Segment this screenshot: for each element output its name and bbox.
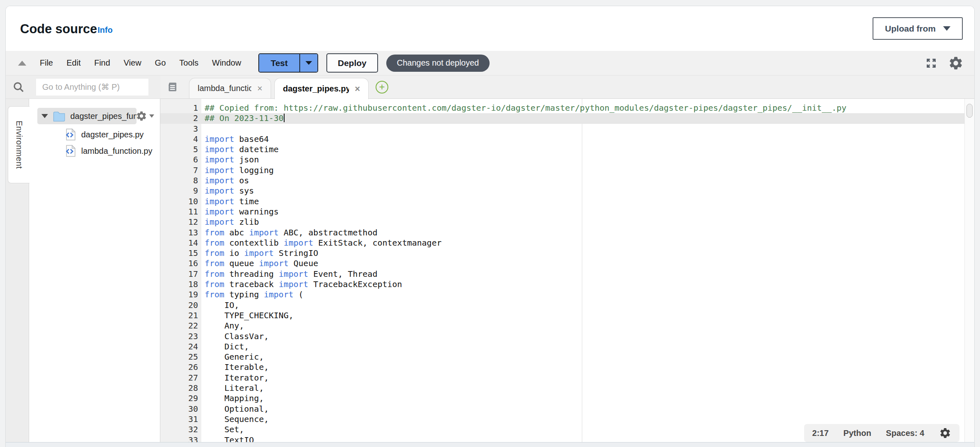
line-number: 21	[160, 310, 198, 321]
editor-scrollbar[interactable]	[964, 99, 974, 442]
code-line[interactable]: 17from threading import Event, Thread	[160, 269, 964, 279]
search-and-tabs-row: lambda_function.×dagster_pipes.py× +	[6, 75, 974, 99]
scrollbar-thumb[interactable]	[966, 104, 973, 118]
code-line[interactable]: 27 Iterator,	[160, 373, 964, 383]
line-number: 18	[160, 279, 198, 290]
code-text: from io import StringIO	[198, 248, 318, 258]
code-line[interactable]: 8import os	[160, 176, 964, 186]
code-line[interactable]: 3	[160, 124, 964, 134]
deploy-button[interactable]: Deploy	[326, 53, 378, 73]
code-text: Iterator,	[198, 373, 269, 383]
chevron-down-icon	[943, 26, 950, 31]
statusbar-gear-icon[interactable]	[939, 427, 951, 439]
menu-item-view[interactable]: View	[124, 58, 141, 68]
code-lines: 1## Copied from: https://raw.githubuserc…	[160, 103, 964, 442]
code-editor[interactable]: 1## Copied from: https://raw.githubuserc…	[160, 99, 974, 442]
menu-item-window[interactable]: Window	[212, 58, 241, 68]
tree-file-row-lambda_function_py[interactable]: lambda_function.py	[65, 143, 152, 159]
code-line[interactable]: 31 Sequence,	[160, 414, 964, 424]
folder-icon	[53, 111, 65, 122]
menu-item-find[interactable]: Find	[94, 58, 110, 68]
fullscreen-icon[interactable]	[925, 57, 937, 69]
menu-item-edit[interactable]: Edit	[66, 58, 80, 68]
code-line[interactable]: 15from io import StringIO	[160, 248, 964, 258]
code-line[interactable]: 5import datetime	[160, 144, 964, 155]
line-number: 27	[160, 373, 198, 383]
code-line[interactable]: 26 Iterable,	[160, 362, 964, 372]
side-rail: Environment	[6, 99, 29, 442]
code-line[interactable]: 21 TYPE_CHECKING,	[160, 310, 964, 321]
search-zone	[6, 75, 160, 99]
code-line[interactable]: 25 Generic,	[160, 352, 964, 362]
code-line[interactable]: 12import zlib	[160, 217, 964, 227]
tab-close-icon[interactable]: ×	[355, 84, 360, 94]
line-number: 20	[160, 300, 198, 310]
tab-lambda_function_[interactable]: lambda_function.×	[189, 78, 271, 98]
code-text: Any,	[198, 321, 244, 331]
chevron-down-icon	[305, 61, 312, 65]
line-number: 11	[160, 207, 198, 217]
code-text: import json	[198, 155, 259, 165]
editor-menubar: FileEditFindViewGoToolsWindow Test Deplo…	[6, 51, 974, 75]
editor-settings-gear-icon[interactable]	[948, 55, 964, 71]
chevron-down-icon	[149, 114, 154, 118]
open-files-list-icon[interactable]	[166, 81, 178, 94]
code-text: Sequence,	[198, 414, 269, 424]
code-text: Set,	[198, 424, 244, 435]
line-number: 5	[160, 144, 198, 155]
tab-close-icon[interactable]: ×	[257, 84, 262, 93]
line-number: 12	[160, 217, 198, 227]
test-options-button[interactable]	[299, 54, 317, 72]
code-line[interactable]: 9import sys	[160, 186, 964, 196]
code-line[interactable]: 13from abc import ABC, abstractmethod	[160, 228, 964, 238]
test-split-button[interactable]: Test	[258, 53, 318, 73]
upload-from-button[interactable]: Upload from	[873, 17, 963, 40]
code-line[interactable]: 28 Literal,	[160, 383, 964, 393]
cursor-position[interactable]: 2:17	[812, 429, 829, 438]
code-line[interactable]: 10import time	[160, 196, 964, 207]
code-line[interactable]: 2## On 2023-11-30	[160, 113, 964, 123]
code-line[interactable]: 24 Dict,	[160, 342, 964, 352]
language-mode[interactable]: Python	[843, 429, 871, 438]
collapse-menubar-icon[interactable]	[18, 61, 26, 66]
menu-item-tools[interactable]: Tools	[179, 58, 198, 68]
tab-dagster_pipes_py[interactable]: dagster_pipes.py×	[274, 78, 369, 99]
upload-from-label: Upload from	[885, 24, 936, 34]
info-link[interactable]: Info	[98, 25, 113, 35]
code-line[interactable]: 1## Copied from: https://raw.githubuserc…	[160, 103, 964, 113]
code-line[interactable]: 16from queue import Queue	[160, 258, 964, 269]
code-line[interactable]: 30 Optional,	[160, 404, 964, 414]
tree-file-row-dagster_pipes_py[interactable]: dagster_pipes.py	[65, 127, 144, 142]
code-line[interactable]: 22 Any,	[160, 321, 964, 331]
environment-tab[interactable]: Environment	[8, 106, 30, 183]
code-line[interactable]: 23 ClassVar,	[160, 331, 964, 342]
code-line[interactable]: 19from typing import (	[160, 290, 964, 300]
text-cursor	[284, 114, 285, 122]
code-line[interactable]: 29 Mapping,	[160, 393, 964, 404]
indent-setting[interactable]: Spaces: 4	[886, 429, 924, 438]
code-line[interactable]: 11import warnings	[160, 207, 964, 217]
code-line[interactable]: 14from contextlib import ExitStack, cont…	[160, 238, 964, 248]
code-text: import warnings	[198, 207, 279, 217]
code-line[interactable]: 20 IO,	[160, 300, 964, 310]
line-number: 19	[160, 290, 198, 300]
main-content: Environment dagster_pipes_funct dagster_…	[6, 99, 974, 442]
menu-item-file[interactable]: File	[40, 58, 53, 68]
code-text: Iterable,	[198, 362, 269, 372]
code-line[interactable]: 7import logging	[160, 165, 964, 176]
folder-expand-caret-icon[interactable]	[41, 114, 48, 118]
code-text: ## On 2023-11-30	[198, 113, 285, 123]
new-tab-plus-icon[interactable]: +	[376, 81, 388, 94]
code-line[interactable]: 4import base64	[160, 134, 964, 144]
menu-item-go[interactable]: Go	[155, 58, 166, 68]
tree-folder-row[interactable]: dagster_pipes_funct	[37, 108, 137, 124]
go-to-anything-input[interactable]	[36, 79, 148, 96]
test-button[interactable]: Test	[259, 54, 299, 72]
tree-settings-gear-icon[interactable]	[136, 110, 154, 122]
changes-not-deployed-badge: Changes not deployed	[386, 55, 490, 72]
code-text: from traceback import TracebackException	[198, 279, 402, 290]
line-number: 32	[160, 424, 198, 435]
menu-items: FileEditFindViewGoToolsWindow	[26, 58, 241, 68]
code-line[interactable]: 18from traceback import TracebackExcepti…	[160, 279, 964, 290]
code-line[interactable]: 6import json	[160, 155, 964, 165]
